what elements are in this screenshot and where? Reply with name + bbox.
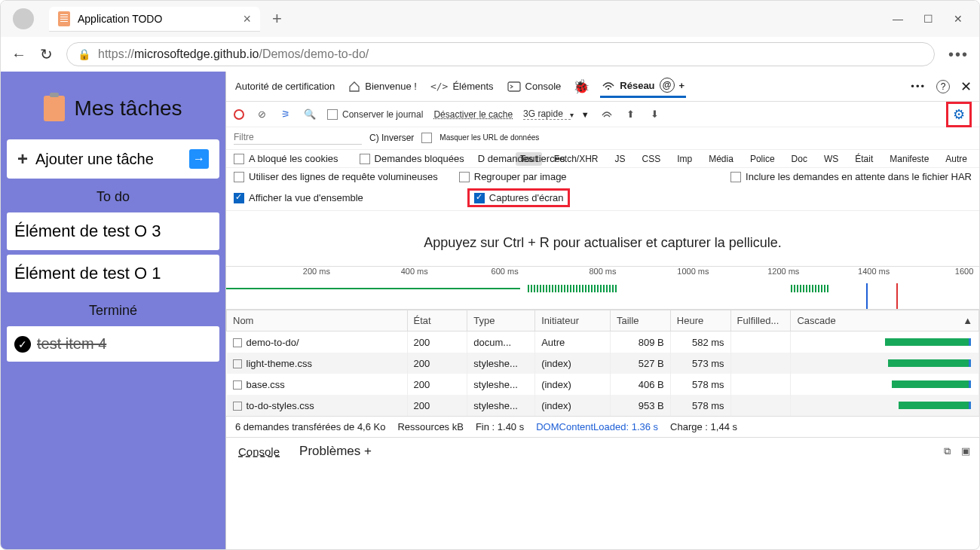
house-icon	[348, 81, 360, 93]
section-todo-label: To do	[7, 183, 219, 208]
import-icon[interactable]: ⬆	[624, 108, 638, 121]
section-done-label: Terminé	[7, 297, 219, 322]
table-row[interactable]: demo-to-do/200docum...Autre809 B582 ms	[227, 332, 979, 353]
options-row-2: Utiliser des lignes de requête volumineu…	[226, 168, 979, 185]
devtools-panel: Autorité de certification Bienvenue ! </…	[225, 72, 979, 550]
console-icon	[507, 81, 521, 92]
tab-welcome[interactable]: Bienvenue !	[347, 78, 418, 96]
close-devtools-icon[interactable]: ✕	[960, 78, 972, 95]
tab-cert[interactable]: Autorité de certification	[234, 78, 336, 95]
checkmark-icon: ✓	[14, 336, 31, 353]
hide-data-urls[interactable]: Masquer les URL de données	[439, 133, 539, 142]
tab-close-icon[interactable]: ×	[243, 11, 251, 27]
filter-input[interactable]	[234, 130, 362, 145]
third-party-label: D demandes tierces	[478, 153, 565, 164]
wifi-icon	[602, 80, 615, 90]
profile-avatar[interactable]	[13, 8, 34, 29]
tab-console[interactable]: Console	[506, 78, 563, 95]
filmstrip-hint: Appuyez sur Ctrl + R pour actualiser et …	[226, 211, 979, 266]
clear-button[interactable]: ⊘	[255, 108, 268, 121]
more-tools-icon[interactable]: •••	[911, 81, 926, 92]
app-header: Mes tâches	[7, 78, 219, 135]
filter-bar: C) Inverser Masquer les URL de données T…	[226, 127, 979, 150]
titlebar: Application TODO × + — ☐ ✕	[1, 1, 979, 37]
todo-app: Mes tâches + Ajouter une tâche → To do É…	[1, 72, 225, 550]
submit-task-button[interactable]: →	[189, 149, 209, 169]
tab-title: Application TODO	[78, 13, 235, 25]
disable-cache-label[interactable]: Désactiver le cache	[433, 109, 513, 120]
browser-menu-icon[interactable]: •••	[948, 46, 969, 63]
overview-checkbox[interactable]	[234, 193, 244, 203]
overview-timeline[interactable]: 200 ms 400 ms 600 ms 800 ms 1000 ms 1200…	[226, 266, 979, 310]
tab-network[interactable]: Réseau @ +	[600, 75, 686, 98]
minimize-icon[interactable]: —	[892, 13, 904, 25]
url-text: https://microsoftedge.github.io/Demos/de…	[98, 47, 369, 61]
todo-item[interactable]: Élément de test O 3	[7, 212, 219, 250]
record-button[interactable]	[234, 109, 244, 120]
status-bar: 6 demandes transférées de 4,6 Ko Ressour…	[226, 417, 979, 438]
add-task-row[interactable]: + Ajouter une tâche →	[7, 139, 219, 179]
options-row-3: Afficher la vue d'ensemble Captures d'éc…	[226, 185, 979, 211]
tab-elements[interactable]: </>Éléments	[429, 78, 495, 95]
back-icon[interactable]: ←	[11, 46, 26, 63]
plus-icon: +	[17, 148, 28, 170]
requests-table[interactable]: Nom État Type Initiateur Taille Heure Fu…	[226, 310, 979, 417]
bug-icon[interactable]: 🐞	[573, 78, 590, 95]
screenshots-highlight: Captures d'écran	[467, 188, 571, 207]
caret-icon[interactable]: ▼	[581, 110, 590, 119]
add-task-placeholder: Ajouter une tâche	[35, 151, 154, 168]
group-frame-checkbox[interactable]	[459, 172, 470, 182]
drawer: Console Problèmes + ⧉ ▣	[226, 438, 979, 465]
search-icon[interactable]: 🔍	[303, 108, 317, 121]
at-badge-icon: @	[660, 78, 675, 93]
table-row[interactable]: to-do-styles.css200styleshe...(index)953…	[227, 395, 979, 416]
gear-icon[interactable]: ⚙	[953, 107, 965, 122]
devtools-tabs: Autorité de certification Bienvenue ! </…	[226, 72, 979, 102]
maximize-icon[interactable]: ☐	[922, 13, 934, 25]
window-controls: — ☐ ✕	[892, 13, 973, 25]
settings-highlight: ⚙	[946, 102, 972, 127]
refresh-icon[interactable]: ↻	[40, 45, 53, 63]
har-pending-checkbox[interactable]	[730, 172, 741, 182]
throttling-select[interactable]: 3G rapide▾	[523, 108, 571, 120]
svg-rect-0	[508, 82, 520, 91]
network-toolbar: ⊘ ⚞ 🔍 Conserver le journal Désactiver le…	[226, 102, 979, 127]
address-bar: ← ↻ 🔒 https://microsoftedge.github.io/De…	[1, 37, 979, 72]
todo-item[interactable]: Élément de test O 1	[7, 255, 219, 292]
app-title: Mes tâches	[74, 96, 182, 121]
invert-checkbox[interactable]	[421, 133, 432, 143]
blocked-cookies-checkbox[interactable]	[234, 154, 244, 164]
done-item[interactable]: ✓ test item 4	[7, 326, 219, 362]
options-row-1: A bloqué les cookies Demandes bloquées D…	[226, 150, 979, 168]
table-header-row: Nom État Type Initiateur Taille Heure Fu…	[227, 310, 979, 332]
large-rows-checkbox[interactable]	[234, 172, 244, 182]
expand-drawer-icon[interactable]: ▣	[961, 445, 970, 457]
table-row[interactable]: base.css200styleshe...(index)406 B578 ms	[227, 374, 979, 395]
url-input[interactable]: 🔒 https://microsoftedge.github.io/Demos/…	[66, 42, 935, 66]
svg-point-1	[608, 88, 609, 90]
network-conditions-icon[interactable]	[600, 108, 614, 121]
filter-toggle-icon[interactable]: ⚞	[279, 108, 292, 121]
preserve-log-checkbox[interactable]	[327, 109, 338, 120]
new-tab-button[interactable]: +	[272, 9, 282, 29]
screenshots-checkbox[interactable]	[474, 193, 485, 203]
lock-icon[interactable]: 🔒	[78, 48, 90, 60]
clipboard-icon	[44, 96, 65, 121]
page-favicon	[58, 11, 70, 26]
drawer-problems-tab[interactable]: Problèmes +	[296, 442, 375, 460]
close-icon[interactable]: ✕	[952, 13, 964, 25]
browser-tab[interactable]: Application TODO ×	[49, 7, 260, 32]
blocked-req-checkbox[interactable]	[360, 154, 370, 164]
drawer-console-tab[interactable]: Console	[235, 444, 283, 460]
invert-label: C) Inverser	[369, 133, 414, 143]
table-row[interactable]: light-theme.css200styleshe...(index)527 …	[227, 353, 979, 374]
dock-icon[interactable]: ⧉	[944, 445, 951, 457]
help-icon[interactable]: ?	[936, 80, 950, 93]
export-icon[interactable]: ⬇	[648, 108, 662, 121]
